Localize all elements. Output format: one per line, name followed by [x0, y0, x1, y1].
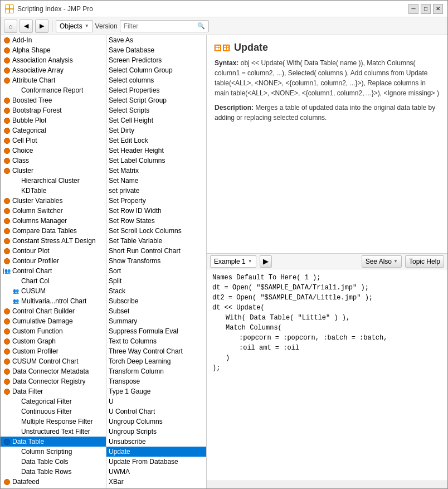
example-dropdown[interactable]: Example 1 ▼	[210, 255, 256, 268]
left-list-item-custom-function[interactable]: Custom Function	[1, 326, 106, 336]
left-list-item-conformance-report[interactable]: Conformance Report	[1, 85, 106, 95]
see-also-button[interactable]: See Also ▼	[362, 255, 402, 268]
left-list-item-cell-plot[interactable]: Cell Plot	[1, 135, 106, 146]
maximize-button[interactable]: □	[421, 4, 431, 14]
middle-list-item-set-property[interactable]: Set Property	[106, 196, 206, 206]
middle-list-item-suppress-formula[interactable]: Suppress Formula Eval	[106, 326, 206, 336]
left-list-item-custom-profiler[interactable]: Custom Profiler	[1, 346, 106, 356]
middle-list-item-set-name[interactable]: Set Name	[106, 176, 206, 186]
left-list-item-cusum[interactable]: 👥CUSUM	[1, 286, 106, 296]
middle-list-item-screen-predictors[interactable]: Screen Predictors	[106, 55, 206, 65]
left-list-item-bootstrap-forest[interactable]: Bootstrap Forest	[1, 105, 106, 115]
middle-list-item-ungroup-columns[interactable]: Ungroup Columns	[106, 417, 206, 427]
middle-list-item-show-transforms[interactable]: Show Transforms	[106, 256, 206, 266]
left-list[interactable]: Add-InAlpha ShapeAssociation AnalysisAss…	[1, 35, 106, 488]
objects-dropdown[interactable]: Objects ▼	[56, 20, 93, 32]
left-list-item-contour-profiler[interactable]: Contour Profiler	[1, 256, 106, 266]
left-list-item-continuous-filter[interactable]: Continuous Filter	[1, 406, 106, 417]
left-list-item-control-chart[interactable]: 👥Control Chart	[1, 266, 106, 276]
middle-list-item-u[interactable]: U	[106, 396, 206, 406]
middle-list-item-three-way-control[interactable]: Three Way Control Chart	[106, 346, 206, 356]
left-list-item-association-analysis[interactable]: Association Analysis	[1, 55, 106, 65]
middle-list-item-set-edit-lock[interactable]: Set Edit Lock	[106, 135, 206, 146]
left-list-item-data-connector-registry[interactable]: Data Connector Registry	[1, 376, 106, 386]
left-list-item-categorical[interactable]: Categorical	[1, 125, 106, 135]
left-list-item-data-filter[interactable]: Data Filter	[1, 386, 106, 396]
topic-help-button[interactable]: Topic Help	[405, 255, 444, 268]
middle-list-item-transform-column[interactable]: Transform Column	[106, 366, 206, 376]
left-list-item-associative-array[interactable]: Associative Array	[1, 65, 106, 75]
left-list-item-unstructured-text-filter[interactable]: Unstructured Text Filter	[1, 427, 106, 437]
middle-list-item-select-script-group[interactable]: Select Script Group	[106, 95, 206, 105]
back-button[interactable]: ◀	[20, 20, 33, 33]
left-list-item-degradation[interactable]: Degradation	[1, 487, 106, 488]
home-button[interactable]: ⌂	[4, 20, 17, 33]
left-list-item-choice[interactable]: Choice	[1, 146, 106, 156]
middle-list-item-update-from-database[interactable]: Update From Database	[106, 457, 206, 467]
middle-list-item-set-header-height[interactable]: Set Header Height	[106, 146, 206, 156]
middle-list-item-set-cell-height[interactable]: Set Cell Height	[106, 115, 206, 125]
left-list-item-chart-col[interactable]: Chart Col	[1, 276, 106, 286]
middle-list-item-torch-deep-learning[interactable]: Torch Deep Learning	[106, 356, 206, 366]
middle-list-item-xbar[interactable]: XBar	[106, 477, 206, 487]
filter-input[interactable]	[124, 22, 195, 30]
middle-list-item-set-label-columns[interactable]: Set Label Columns	[106, 156, 206, 166]
minimize-button[interactable]: ─	[408, 4, 418, 14]
left-list-item-bubble-plot[interactable]: Bubble Plot	[1, 115, 106, 125]
left-list-item-cumulative-damage[interactable]: Cumulative Damage	[1, 316, 106, 326]
left-list-item-data-table-cols[interactable]: Data Table Cols	[1, 457, 106, 467]
close-button[interactable]: ✕	[433, 4, 443, 14]
middle-list-item-transpose[interactable]: Transpose	[106, 376, 206, 386]
left-list-item-kdtable[interactable]: KDTable	[1, 186, 106, 196]
left-list-item-columns-manager[interactable]: Columns Manager	[1, 216, 106, 226]
left-list-item-cluster-variables[interactable]: Cluster Variables	[1, 196, 106, 206]
left-list-item-contour-plot[interactable]: Contour Plot	[1, 246, 106, 256]
middle-list-item-subscribe[interactable]: Subscribe	[106, 296, 206, 306]
middle-list-item-uwma[interactable]: UWMA	[106, 467, 206, 477]
left-list-item-multiple-response-filter[interactable]: Multiple Response Filter	[1, 417, 106, 427]
left-list-item-column-switcher[interactable]: Column Switcher	[1, 206, 106, 216]
middle-list-item-set-matrix[interactable]: Set Matrix	[106, 166, 206, 176]
middle-list-item-select-properties[interactable]: Select Properties	[106, 85, 206, 95]
middle-list-item-select-column-group[interactable]: Select Column Group	[106, 65, 206, 75]
left-list-item-constant-stress[interactable]: Constant Stress ALT Design	[1, 236, 106, 246]
left-list-item-data-table[interactable]: Data Table	[1, 437, 106, 447]
left-list-item-multivariate-chart[interactable]: 👥Multivaria...ntrol Chart	[1, 296, 106, 306]
left-list-item-custom-graph[interactable]: Custom Graph	[1, 336, 106, 346]
left-list-item-control-chart-builder[interactable]: Control Chart Builder	[1, 306, 106, 316]
left-list-item-alpha-shape[interactable]: Alpha Shape	[1, 45, 106, 55]
code-area[interactable]: Names Default To Here( 1 );dt = Open( "$…	[207, 269, 447, 481]
bottom-scrollbar[interactable]	[207, 481, 447, 488]
left-list-item-cluster[interactable]: Cluster	[1, 166, 106, 176]
left-list-item-boosted-tree[interactable]: Boosted Tree	[1, 95, 106, 105]
left-list-item-cusum-control-chart[interactable]: CUSUM Control Chart	[1, 356, 106, 366]
left-list-item-attribute-chart[interactable]: Attribute Chart	[1, 75, 106, 85]
middle-list-item-select-columns[interactable]: Select columns	[106, 75, 206, 85]
left-list-item-hierarchical-cluster[interactable]: Hierarchical Cluster	[1, 176, 106, 186]
left-list-item-data-table-rows[interactable]: Data Table Rows	[1, 467, 106, 477]
middle-list-item-select-scripts[interactable]: Select Scripts	[106, 105, 206, 115]
middle-list-item-split[interactable]: Split	[106, 276, 206, 286]
filter-box[interactable]: 🔍	[120, 20, 209, 32]
middle-list-item-update[interactable]: Update	[106, 447, 206, 457]
left-list-item-data-connector-metadata[interactable]: Data Connector Metadata	[1, 366, 106, 376]
middle-list-item-sort[interactable]: Sort	[106, 266, 206, 276]
middle-list-item-set-table-variable[interactable]: Set Table Variable	[106, 236, 206, 246]
middle-list-item-save-as[interactable]: Save As	[106, 35, 206, 45]
middle-list-item-short-run-control[interactable]: Short Run Control Chart	[106, 246, 206, 256]
middle-list-item-u-control-chart[interactable]: U Control Chart	[106, 406, 206, 417]
play-button[interactable]: ▶	[260, 255, 272, 268]
middle-list-item-set-dirty[interactable]: Set Dirty	[106, 125, 206, 135]
forward-button[interactable]: ▶	[35, 20, 48, 33]
middle-list[interactable]: Save AsSave DatabaseScreen PredictorsSel…	[106, 35, 206, 488]
left-list-item-datafeed[interactable]: Datafeed	[1, 477, 106, 487]
left-list-item-column-scripting[interactable]: Column Scripting	[1, 447, 106, 457]
middle-list-item-text-to-columns[interactable]: Text to Columns	[106, 336, 206, 346]
middle-list-item-stack[interactable]: Stack	[106, 286, 206, 296]
left-list-item-class[interactable]: Class	[1, 156, 106, 166]
middle-list-item-set-private[interactable]: set private	[106, 186, 206, 196]
left-list-item-add-in[interactable]: Add-In	[1, 35, 106, 45]
middle-list-item-ungroup-scripts[interactable]: Ungroup Scripts	[106, 427, 206, 437]
middle-list-item-xbar-control-chart[interactable]: XBar Control Chart	[106, 487, 206, 488]
horizontal-scrollbar[interactable]	[207, 481, 447, 489]
